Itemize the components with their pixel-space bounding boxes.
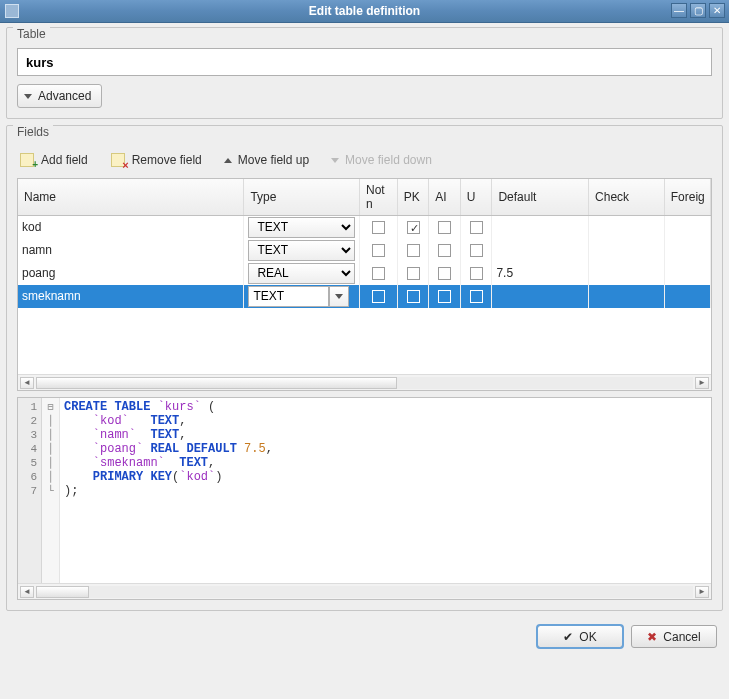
type-dropdown-arrow[interactable] <box>329 286 348 307</box>
type-select[interactable]: REAL <box>248 263 355 284</box>
table-row[interactable]: smeknamn <box>18 285 711 308</box>
maximize-button[interactable]: ▢ <box>690 3 706 18</box>
dialog-buttons: ✔ OK ✖ Cancel <box>6 617 723 650</box>
col-notnull[interactable]: Not n <box>360 179 398 216</box>
cell-default[interactable] <box>492 216 589 239</box>
cell-u[interactable] <box>460 262 492 285</box>
col-name[interactable]: Name <box>18 179 244 216</box>
grid-hscrollbar[interactable]: ◄ ► <box>18 374 711 390</box>
cell-ai[interactable] <box>429 216 461 239</box>
cell-check[interactable] <box>589 216 665 239</box>
ok-button[interactable]: ✔ OK <box>537 625 623 648</box>
close-button[interactable]: ✕ <box>709 3 725 18</box>
scroll-right-icon[interactable]: ► <box>695 586 709 598</box>
triangle-up-icon <box>224 158 232 163</box>
fields-toolbar: Add field Remove field Move field up Mov… <box>17 146 712 178</box>
ai-checkbox[interactable] <box>438 244 451 257</box>
ai-checkbox[interactable] <box>438 221 451 234</box>
cell-foreign[interactable] <box>664 239 710 262</box>
table-name-input[interactable] <box>17 48 712 76</box>
scroll-left-icon[interactable]: ◄ <box>20 377 34 389</box>
sql-gutter: 1234567 <box>18 398 42 583</box>
notnull-checkbox[interactable] <box>372 244 385 257</box>
cell-foreign[interactable] <box>664 285 710 308</box>
u-checkbox[interactable] <box>470 221 483 234</box>
col-default[interactable]: Default <box>492 179 589 216</box>
table-row[interactable]: namnTEXT <box>18 239 711 262</box>
cell-name[interactable]: namn <box>18 239 244 262</box>
scroll-track[interactable] <box>36 586 693 598</box>
cell-default[interactable]: 7.5 <box>492 262 589 285</box>
cell-pk[interactable] <box>397 216 429 239</box>
notnull-checkbox[interactable] <box>372 221 385 234</box>
cell-name[interactable]: poang <box>18 262 244 285</box>
cell-u[interactable] <box>460 239 492 262</box>
notnull-checkbox[interactable] <box>372 290 385 303</box>
cell-foreign[interactable] <box>664 262 710 285</box>
add-icon <box>20 153 34 167</box>
col-foreign[interactable]: Foreig <box>664 179 710 216</box>
cell-pk[interactable] <box>397 239 429 262</box>
col-check[interactable]: Check <box>589 179 665 216</box>
scroll-thumb[interactable] <box>36 586 89 598</box>
u-checkbox[interactable] <box>470 244 483 257</box>
col-u[interactable]: U <box>460 179 492 216</box>
u-checkbox[interactable] <box>470 290 483 303</box>
col-type[interactable]: Type <box>244 179 360 216</box>
pk-checkbox[interactable] <box>407 290 420 303</box>
cell-type[interactable]: TEXT <box>244 216 360 239</box>
cell-ai[interactable] <box>429 285 461 308</box>
type-select[interactable]: TEXT <box>248 217 355 238</box>
col-ai[interactable]: AI <box>429 179 461 216</box>
pk-checkbox[interactable] <box>407 244 420 257</box>
table-row[interactable]: poangREAL7.5 <box>18 262 711 285</box>
pk-checkbox[interactable] <box>407 221 420 234</box>
cell-pk[interactable] <box>397 262 429 285</box>
cell-foreign[interactable] <box>664 216 710 239</box>
cell-u[interactable] <box>460 285 492 308</box>
add-field-button[interactable]: Add field <box>19 150 88 170</box>
fields-grid[interactable]: Name Type Not n PK AI U Default Check Fo… <box>17 178 712 391</box>
sql-code[interactable]: CREATE TABLE `kurs` ( `kod` TEXT, `namn`… <box>60 398 711 583</box>
move-down-button[interactable]: Move field down <box>331 150 432 170</box>
sql-hscrollbar[interactable]: ◄ ► <box>18 583 711 599</box>
cell-check[interactable] <box>589 262 665 285</box>
cell-check[interactable] <box>589 239 665 262</box>
cell-default[interactable] <box>492 239 589 262</box>
col-pk[interactable]: PK <box>397 179 429 216</box>
scroll-left-icon[interactable]: ◄ <box>20 586 34 598</box>
cell-notnull[interactable] <box>360 262 398 285</box>
scroll-right-icon[interactable]: ► <box>695 377 709 389</box>
cancel-button[interactable]: ✖ Cancel <box>631 625 717 648</box>
ai-checkbox[interactable] <box>438 290 451 303</box>
pk-checkbox[interactable] <box>407 267 420 280</box>
type-input[interactable] <box>248 286 329 307</box>
advanced-button[interactable]: Advanced <box>17 84 102 108</box>
cell-check[interactable] <box>589 285 665 308</box>
cell-notnull[interactable] <box>360 216 398 239</box>
cell-type[interactable]: REAL <box>244 262 360 285</box>
window-title: Edit table definition <box>309 4 420 18</box>
cell-notnull[interactable] <box>360 285 398 308</box>
ai-checkbox[interactable] <box>438 267 451 280</box>
cell-ai[interactable] <box>429 239 461 262</box>
notnull-checkbox[interactable] <box>372 267 385 280</box>
remove-field-button[interactable]: Remove field <box>110 150 202 170</box>
cell-pk[interactable] <box>397 285 429 308</box>
type-select[interactable]: TEXT <box>248 240 355 261</box>
scroll-track[interactable] <box>36 377 693 389</box>
move-up-button[interactable]: Move field up <box>224 150 309 170</box>
cell-default[interactable] <box>492 285 589 308</box>
cell-name[interactable]: kod <box>18 216 244 239</box>
minimize-button[interactable]: — <box>671 3 687 18</box>
cell-ai[interactable] <box>429 262 461 285</box>
table-row[interactable]: kodTEXT <box>18 216 711 239</box>
cell-name[interactable]: smeknamn <box>18 285 244 308</box>
sql-fold-gutter[interactable]: ⊟│││││└ <box>42 398 60 583</box>
cell-type[interactable]: TEXT <box>244 239 360 262</box>
cell-notnull[interactable] <box>360 239 398 262</box>
u-checkbox[interactable] <box>470 267 483 280</box>
scroll-thumb[interactable] <box>36 377 397 389</box>
cell-u[interactable] <box>460 216 492 239</box>
cell-type[interactable] <box>244 285 360 308</box>
